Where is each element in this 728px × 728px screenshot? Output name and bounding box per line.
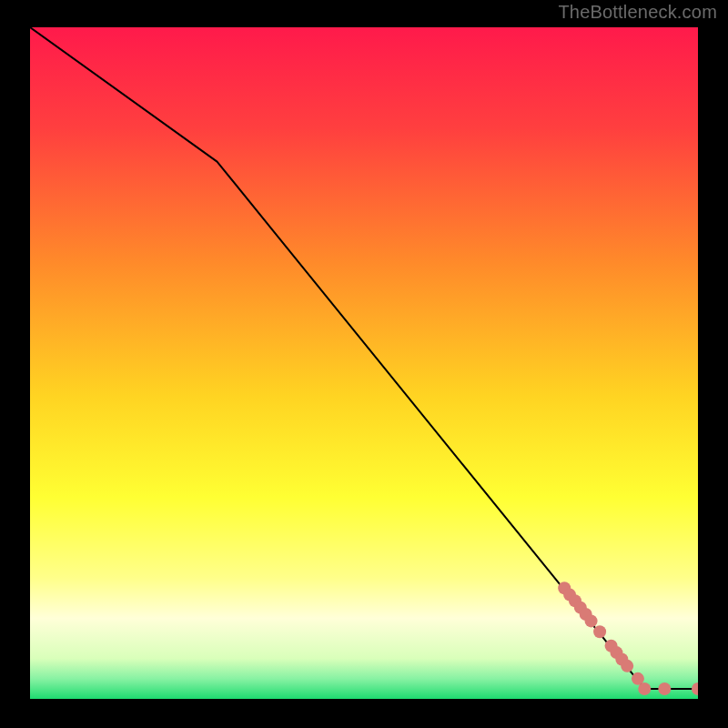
chart-marker xyxy=(692,682,698,695)
chart-markers xyxy=(558,581,698,695)
chart-marker xyxy=(593,625,606,638)
chart-plot-area xyxy=(30,27,698,699)
chart-frame xyxy=(30,27,698,699)
chart-curve xyxy=(30,27,698,689)
chart-marker xyxy=(585,614,598,627)
chart-marker xyxy=(638,682,651,695)
attribution-text: TheBottleneck.com xyxy=(558,2,717,23)
chart-marker xyxy=(621,660,633,672)
chart-overlay xyxy=(30,27,698,699)
chart-marker xyxy=(658,682,671,695)
